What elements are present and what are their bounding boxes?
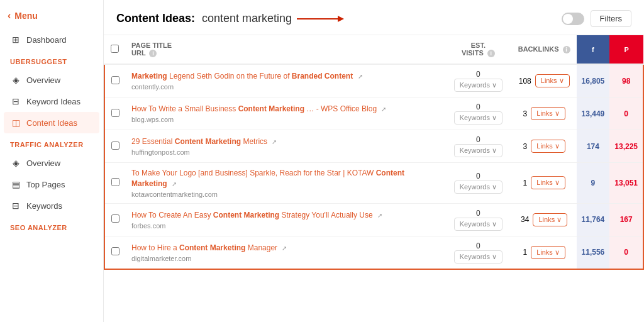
- cell-pinterest: 0: [609, 97, 643, 130]
- page-title-link[interactable]: 29 Essential Content Marketing Metrics ➚: [131, 136, 438, 147]
- cell-facebook: 16,805: [577, 64, 610, 97]
- cell-facebook: 13,449: [577, 97, 610, 130]
- table-row: To Make Your Logo [and Business] Sparkle…: [104, 163, 643, 204]
- section-ubersuggest: UBERSUGGEST: [0, 50, 103, 69]
- row-checkbox[interactable]: [111, 247, 119, 255]
- cell-page-title: 29 Essential Content Marketing Metrics ➚…: [125, 130, 445, 163]
- cell-pinterest: 98: [609, 64, 643, 97]
- title-keyword: content marketing: [202, 12, 292, 25]
- cell-backlinks: 1 Links ∨: [512, 163, 577, 204]
- backlinks-count: 1: [523, 248, 527, 257]
- col-checkbox: [104, 35, 125, 64]
- col-backlinks: BACKLINKS i: [512, 35, 577, 64]
- cell-pinterest: 0: [609, 236, 643, 269]
- external-link-icon[interactable]: ➚: [358, 73, 363, 80]
- sidebar-label-overview2: Overview: [26, 158, 60, 168]
- cell-page-title: To Make Your Logo [and Business] Sparkle…: [125, 163, 445, 204]
- page-title-link[interactable]: How To Create An Easy Content Marketing …: [131, 210, 438, 221]
- back-arrow-icon: ‹: [8, 10, 11, 21]
- svg-marker-1: [338, 16, 344, 22]
- keywords-button[interactable]: Keywords ∨: [454, 180, 502, 194]
- page-info-icon[interactable]: i: [149, 50, 157, 57]
- cell-facebook: 9: [577, 163, 610, 204]
- table-row: How To Write a Small Business Content Ma…: [104, 97, 643, 130]
- col-est-visits: EST.VISITS i: [445, 35, 512, 64]
- backlinks-count: 3: [523, 109, 527, 118]
- menu-header[interactable]: ‹ Menu: [0, 5, 103, 29]
- col-facebook: f: [577, 35, 610, 64]
- row-checkbox[interactable]: [111, 214, 119, 223]
- title-prefix: Content Ideas:: [116, 12, 195, 25]
- backlinks-count: 108: [519, 77, 531, 86]
- table-row: How To Create An Easy Content Marketing …: [104, 203, 643, 236]
- sidebar-item-top-pages[interactable]: ▤ Top Pages: [0, 174, 103, 195]
- external-link-icon[interactable]: ➚: [377, 212, 382, 219]
- row-checkbox[interactable]: [111, 109, 119, 117]
- links-button[interactable]: Links ∨: [531, 140, 565, 153]
- table-row: 29 Essential Content Marketing Metrics ➚…: [104, 130, 643, 163]
- page-header: Content Ideas: content marketing Filters: [104, 0, 644, 35]
- visits-info-icon[interactable]: i: [487, 50, 495, 57]
- sidebar-item-content-ideas[interactable]: ◫ Content Ideas: [4, 112, 99, 133]
- keywords-button[interactable]: Keywords ∨: [454, 144, 502, 157]
- links-button[interactable]: Links ∨: [531, 107, 565, 120]
- sidebar-item-keyword-ideas[interactable]: ⊟ Keyword Ideas: [0, 91, 103, 112]
- keyword-ideas-icon: ⊟: [10, 96, 21, 107]
- cell-page-title: Marketing Legend Seth Godin on the Futur…: [125, 64, 445, 97]
- row-checkbox[interactable]: [111, 76, 119, 84]
- keywords-button[interactable]: Keywords ∨: [454, 111, 502, 125]
- overview1-icon: ◈: [10, 74, 21, 86]
- sidebar-item-dashboard[interactable]: ⊞ Dashboard: [0, 29, 103, 50]
- results-table: PAGE TITLEURL i EST.VISITS i BACKLINKS i…: [104, 35, 644, 270]
- cell-facebook: 11,764: [577, 203, 610, 236]
- links-button[interactable]: Links ∨: [531, 246, 565, 259]
- toggle-switch[interactable]: [562, 13, 584, 25]
- cell-backlinks: 3 Links ∨: [512, 97, 577, 130]
- page-title-link[interactable]: How To Write a Small Business Content Ma…: [131, 104, 438, 114]
- page-title-link[interactable]: Marketing Legend Seth Godin on the Futur…: [131, 71, 438, 82]
- keywords-button[interactable]: Keywords ∨: [454, 79, 502, 92]
- backlinks-info-icon[interactable]: i: [563, 46, 570, 53]
- sidebar-label-top-pages: Top Pages: [26, 180, 65, 189]
- table-row: Marketing Legend Seth Godin on the Futur…: [104, 64, 643, 97]
- sidebar-label-dashboard: Dashboard: [26, 35, 67, 45]
- links-button[interactable]: Links ∨: [533, 213, 567, 226]
- sidebar-label-content-ideas: Content Ideas: [26, 118, 77, 128]
- col-pinterest: P: [609, 35, 643, 64]
- sidebar-item-overview2[interactable]: ◈ Overview: [0, 152, 103, 174]
- dashboard-icon: ⊞: [10, 34, 21, 45]
- row-checkbox[interactable]: [111, 178, 119, 186]
- top-pages-icon: ▤: [10, 179, 21, 190]
- links-button[interactable]: Links ∨: [531, 176, 565, 189]
- cell-backlinks: 34 Links ∨: [512, 203, 577, 236]
- sidebar-item-overview1[interactable]: ◈ Overview: [0, 69, 103, 91]
- cell-backlinks: 108 Links ∨: [512, 64, 577, 97]
- sidebar-label-keyword-ideas: Keyword Ideas: [26, 97, 80, 106]
- filters-area: Filters: [562, 10, 631, 27]
- filters-button[interactable]: Filters: [591, 10, 631, 27]
- page-title-link[interactable]: To Make Your Logo [and Business] Sparkle…: [131, 168, 438, 189]
- cell-backlinks: 1 Links ∨: [512, 236, 577, 269]
- external-link-icon[interactable]: ➚: [381, 106, 386, 113]
- page-title-link[interactable]: How to Hire a Content Marketing Manager …: [131, 243, 438, 253]
- sidebar: ‹ Menu ⊞ Dashboard UBERSUGGEST ◈ Overvie…: [0, 0, 104, 322]
- section-traffic-analyzer: TRAFFIC ANALYZER: [0, 133, 103, 152]
- row-checkbox[interactable]: [111, 142, 119, 150]
- links-button[interactable]: Links ∨: [535, 74, 570, 87]
- select-all-checkbox[interactable]: [111, 45, 119, 53]
- cell-visits: 0 Keywords ∨: [445, 130, 512, 163]
- keywords-button[interactable]: Keywords ∨: [454, 250, 502, 264]
- sidebar-item-keywords[interactable]: ⊟ Keywords: [0, 195, 103, 216]
- external-link-icon[interactable]: ➚: [272, 138, 277, 145]
- menu-label: Menu: [14, 11, 38, 21]
- section-seo-analyzer: SEO ANALYZER: [0, 216, 103, 235]
- cell-visits: 0 Keywords ∨: [445, 97, 512, 130]
- external-link-icon[interactable]: ➚: [282, 245, 287, 252]
- page-url: forbes.com: [131, 222, 438, 230]
- cell-visits: 0 Keywords ∨: [445, 163, 512, 204]
- backlinks-count: 1: [523, 179, 527, 187]
- page-url: huffingtonpost.com: [131, 148, 438, 156]
- external-link-icon[interactable]: ➚: [172, 180, 177, 187]
- cell-facebook: 174: [577, 130, 610, 163]
- keywords-button[interactable]: Keywords ∨: [454, 218, 502, 231]
